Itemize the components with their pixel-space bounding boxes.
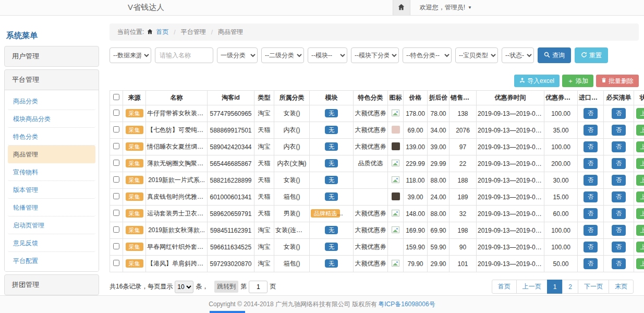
import-select-toggle[interactable]: 否 <box>584 125 598 136</box>
import-select-toggle[interactable]: 否 <box>584 158 598 169</box>
column-header-价格: 价格 <box>404 91 428 105</box>
status-button[interactable]: 上架 <box>636 258 644 269</box>
row-select-cell <box>110 155 123 172</box>
name-search-input[interactable] <box>155 47 213 63</box>
must-buy-toggle[interactable]: 否 <box>612 242 626 252</box>
sidebar-menu-1[interactable]: 平台管理 <box>5 70 99 90</box>
row-checkbox[interactable] <box>113 110 119 116</box>
must-buy-toggle[interactable]: 否 <box>612 158 626 169</box>
must-buy-toggle[interactable]: 否 <box>612 141 626 152</box>
filter-select-6[interactable]: --宝贝类型-- <box>455 47 498 63</box>
user-menu[interactable]: 欢迎您，管理员! ▼ <box>420 3 472 12</box>
sidebar-item-特色分类[interactable]: 特色分类 <box>8 128 95 146</box>
page-button-首页[interactable]: 首页 <box>492 280 517 294</box>
sales-cell: 22 <box>449 155 477 172</box>
row-checkbox[interactable] <box>113 193 119 199</box>
sidebar-item-宣传物料[interactable]: 宣传物料 <box>8 163 95 181</box>
sidebar-item-平台配置[interactable]: 平台配置 <box>8 252 95 269</box>
reset-button[interactable]: 重置 <box>575 47 608 63</box>
status-button[interactable]: 上架 <box>636 141 644 152</box>
table-row: 采集真皮钱包时尚优雅女士...601000601341天猫箱包()无39.002… <box>110 189 644 206</box>
must-buy-toggle[interactable]: 否 <box>612 108 626 119</box>
row-checkbox[interactable] <box>113 126 119 133</box>
page-button-2[interactable]: 2 <box>562 280 578 294</box>
filter-select-0[interactable]: --数据来源-- <box>110 47 151 63</box>
page-button-1[interactable]: 1 <box>547 280 563 294</box>
home-button[interactable] <box>393 0 410 15</box>
status-button[interactable]: 上架 <box>636 242 644 252</box>
row-checkbox[interactable] <box>113 143 119 149</box>
filter-select-7[interactable]: --状态-- <box>502 47 534 63</box>
icon-cell <box>388 139 404 155</box>
search-button[interactable]: 查询 <box>538 47 571 63</box>
icp-link[interactable]: 粤ICP备16098006号 <box>378 300 435 309</box>
main-content: 当前位置: 首页 / 平台管理 / 商品管理 --数据来源--一级分类--二级分… <box>99 16 644 295</box>
status-button[interactable]: 上架 <box>636 158 644 169</box>
breadcrumb-home-link[interactable]: 首页 <box>156 28 168 37</box>
sidebar-item-启动页管理[interactable]: 启动页管理 <box>8 216 95 234</box>
page-button-下一页[interactable]: 下一页 <box>578 280 609 294</box>
must-buy-toggle[interactable]: 否 <box>612 225 626 236</box>
sidebar-menu-0[interactable]: 用户管理 <box>5 46 99 66</box>
import-select-toggle[interactable]: 否 <box>584 258 598 269</box>
must-buy-toggle[interactable]: 否 <box>612 258 626 269</box>
sidebar-item-商品分类[interactable]: 商品分类 <box>8 92 95 110</box>
status-button[interactable]: 上架 <box>636 225 644 236</box>
import-select-toggle[interactable]: 否 <box>584 208 598 219</box>
sidebar-item-模块商品分类[interactable]: 模块商品分类 <box>8 110 95 128</box>
sidebar-submenu: 商品分类模块商品分类特色分类商品管理宣传物料版本管理轮播管理启动页管理意见反馈平… <box>5 90 99 271</box>
sidebar-item-轮播管理[interactable]: 轮播管理 <box>8 199 95 216</box>
table-row: 采集薄款无钢圈文胸聚拢性...565446685867天猫内衣(文胸)无品质优选… <box>110 155 644 172</box>
row-checkbox[interactable] <box>113 226 119 233</box>
status-button[interactable]: 上架 <box>636 191 644 202</box>
module-badge: 无 <box>325 126 338 134</box>
sidebar-item-版本管理[interactable]: 版本管理 <box>8 181 95 199</box>
sidebar-item-商品管理[interactable]: 商品管理 <box>8 146 95 163</box>
feature-cell: 大额优惠券 <box>354 239 388 256</box>
page-button-末页[interactable]: 末页 <box>609 280 634 294</box>
status-button[interactable]: 上架 <box>636 125 644 136</box>
column-header-优惠券时间: 优惠券时间 <box>477 91 544 105</box>
must-buy-toggle[interactable]: 否 <box>612 125 626 136</box>
row-checkbox[interactable] <box>113 243 119 249</box>
import-select-toggle[interactable]: 否 <box>584 141 598 152</box>
price-cell: 169.90 <box>404 222 428 239</box>
status-button[interactable]: 上架 <box>636 108 644 119</box>
import-select-toggle[interactable]: 否 <box>584 108 598 119</box>
select-all-checkbox[interactable] <box>113 94 119 100</box>
row-checkbox[interactable] <box>113 176 119 183</box>
row-checkbox[interactable] <box>113 160 119 166</box>
sidebar-item-意见反馈[interactable]: 意见反馈 <box>8 234 95 252</box>
must-buy-toggle[interactable]: 否 <box>612 175 626 186</box>
import-select-toggle[interactable]: 否 <box>584 242 598 252</box>
status-button[interactable]: 上架 <box>636 208 644 219</box>
sidebar-item-label: 宣传物料 <box>13 168 38 176</box>
row-checkbox[interactable] <box>113 210 119 216</box>
page-button-上一页[interactable]: 上一页 <box>516 280 548 294</box>
filter-select-3[interactable]: --模块-- <box>308 47 347 63</box>
filter-row: --数据来源--一级分类--二级分类----模块----模块下分类----特色分… <box>110 47 639 63</box>
sidebar-menu-2[interactable]: 拼团管理 <box>5 275 99 295</box>
filter-select-5[interactable]: --特色分类-- <box>403 47 452 63</box>
filter-select-1[interactable]: 一级分类 <box>217 47 258 63</box>
must-buy-toggle[interactable]: 否 <box>612 208 626 219</box>
filter-select-4[interactable]: --模块下分类-- <box>351 47 399 63</box>
jump-to-button[interactable]: 跳转到 <box>214 281 238 293</box>
feature-cell: 大额优惠券 <box>354 105 388 122</box>
filter-select-2[interactable]: --二级分类-- <box>261 47 304 63</box>
import-excel-button[interactable]: 导入excel <box>514 75 560 87</box>
batch-delete-button[interactable]: 批量删除 <box>596 75 639 87</box>
import-select-toggle[interactable]: 否 <box>584 175 598 186</box>
product-thumbnail <box>392 192 400 200</box>
row-checkbox[interactable] <box>113 260 119 266</box>
import-select-toggle[interactable]: 否 <box>584 191 598 202</box>
row-select-cell <box>110 256 123 272</box>
add-button[interactable]: ＋ 添加 <box>562 75 593 87</box>
page-jump-input[interactable] <box>249 281 268 293</box>
name-cell: 运动套装男士卫衣初秋... <box>146 206 208 222</box>
must-buy-toggle[interactable]: 否 <box>612 191 626 202</box>
status-button[interactable]: 上架 <box>636 175 644 186</box>
per-page-select[interactable]: 10 <box>175 281 193 293</box>
discount-price-cell: 29.99 <box>428 155 449 172</box>
import-select-toggle[interactable]: 否 <box>584 225 598 236</box>
